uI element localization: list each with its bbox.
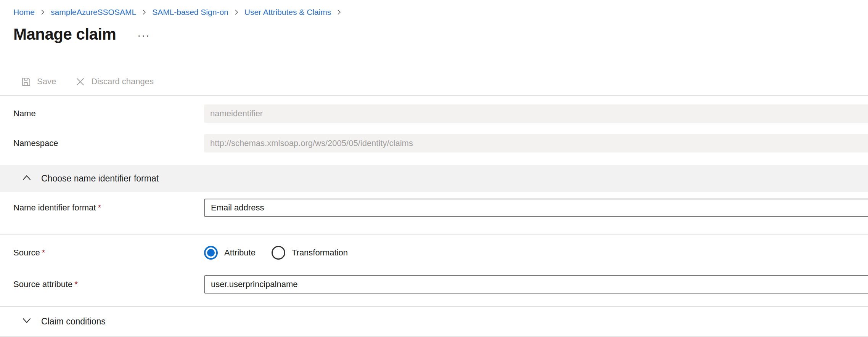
- required-marker: *: [74, 279, 78, 289]
- section-choose-name-identifier-format[interactable]: Choose name identifier format: [0, 165, 868, 192]
- discard-changes-label: Discard changes: [91, 77, 154, 87]
- required-marker: *: [98, 203, 101, 212]
- title-row: Manage claim ···: [0, 24, 868, 45]
- radio-label: Transformation: [292, 248, 348, 258]
- chevron-right-icon: [336, 8, 342, 16]
- namespace-input: [204, 134, 868, 152]
- save-icon: [21, 77, 31, 87]
- radio-unselected-icon[interactable]: [272, 246, 285, 260]
- close-icon: [75, 77, 85, 87]
- more-menu-icon[interactable]: ···: [137, 29, 150, 39]
- name-identifier-format-label: Name identifier format*: [13, 203, 204, 213]
- page-title: Manage claim: [13, 24, 116, 44]
- source-field-row: Source* Attribute Transformation: [0, 244, 868, 262]
- chevron-up-icon: [22, 175, 31, 182]
- section-title: Choose name identifier format: [41, 173, 159, 184]
- save-button-label: Save: [37, 77, 56, 87]
- chevron-right-icon: [141, 8, 147, 16]
- namespace-label: Namespace: [13, 138, 204, 148]
- discard-changes-button[interactable]: Discard changes: [75, 77, 154, 87]
- source-attribute-label: Source attribute*: [13, 279, 204, 289]
- breadcrumb-item-user-attributes[interactable]: User Attributes & Claims: [244, 7, 331, 18]
- section-claim-conditions[interactable]: Claim conditions: [0, 307, 868, 336]
- command-bar: Save Discard changes: [0, 72, 868, 91]
- source-attribute-row: Source attribute*: [0, 275, 868, 294]
- source-radio-group: Attribute Transformation: [204, 246, 868, 260]
- toolbar-divider: [0, 95, 868, 96]
- section-divider: [0, 336, 868, 337]
- breadcrumb-item-home[interactable]: Home: [13, 7, 35, 18]
- name-identifier-format-select[interactable]: [204, 199, 868, 217]
- required-marker: *: [42, 248, 45, 257]
- name-input: [204, 104, 868, 123]
- breadcrumb-item-app[interactable]: sampleAzureSSOSAML: [51, 7, 136, 18]
- source-option-transformation[interactable]: Transformation: [272, 246, 348, 260]
- section-divider: [0, 234, 868, 235]
- name-field-row: Name: [0, 104, 868, 123]
- radio-selected-icon[interactable]: [204, 246, 218, 260]
- manage-claim-blade: Home sampleAzureSSOSAML SAML-based Sign-…: [0, 0, 868, 337]
- breadcrumb: Home sampleAzureSSOSAML SAML-based Sign-…: [0, 0, 868, 18]
- chevron-down-icon: [22, 318, 31, 325]
- breadcrumb-item-saml-signon[interactable]: SAML-based Sign-on: [152, 7, 228, 18]
- save-button[interactable]: Save: [21, 77, 56, 87]
- source-attribute-combobox[interactable]: [204, 275, 868, 294]
- name-label: Name: [13, 109, 204, 119]
- source-label: Source*: [13, 248, 204, 258]
- namespace-field-row: Namespace: [0, 134, 868, 152]
- name-identifier-format-row: Name identifier format*: [0, 199, 868, 217]
- chevron-right-icon: [234, 8, 239, 16]
- section-title: Claim conditions: [41, 316, 106, 327]
- source-option-attribute[interactable]: Attribute: [204, 246, 256, 260]
- chevron-right-icon: [40, 8, 45, 16]
- radio-label: Attribute: [224, 248, 256, 258]
